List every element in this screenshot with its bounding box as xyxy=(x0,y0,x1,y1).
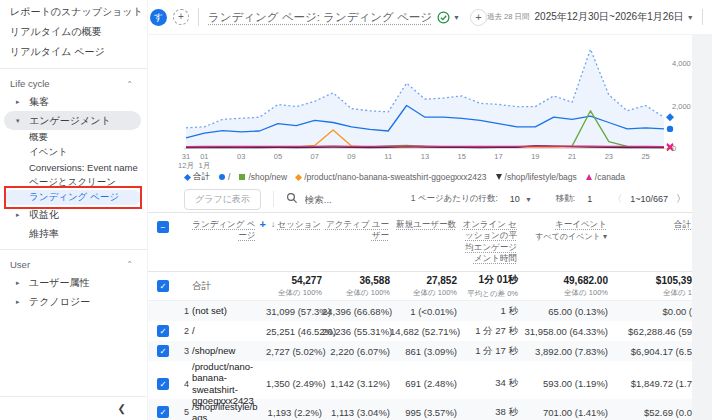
collapse-sidebar-button[interactable]: ❮ xyxy=(118,403,126,414)
timeseries-chart: 02,0004,00031010305070911131517192123251… xyxy=(148,35,692,187)
title-caret-icon[interactable]: ▼ xyxy=(453,14,460,21)
sidebar-item--[interactable]: ランディング ページ xyxy=(4,190,141,205)
divider xyxy=(273,191,274,207)
totals-subtext: 全体の 1 xyxy=(608,288,692,298)
events-dropdown[interactable]: すべてのイベント ▾ xyxy=(518,232,607,243)
row-checkbox-cell: ✓ xyxy=(148,406,178,418)
sidebar-item--[interactable]: ▾エンゲージメント xyxy=(4,111,141,130)
report-saved-badge xyxy=(437,11,450,24)
row-checkbox[interactable]: ✓ xyxy=(157,406,169,418)
totals-value: 49,682.00 xyxy=(518,275,608,286)
add-report-button[interactable]: + xyxy=(470,9,487,26)
legend-item-total[interactable]: 合計 xyxy=(185,171,210,183)
metric-column-header-5[interactable]: 合計 xyxy=(608,219,692,230)
metric-value: 995 (3.57%) xyxy=(390,407,457,418)
search-input[interactable] xyxy=(303,193,397,206)
sidebar-item--[interactable]: リアルタイムの概要 xyxy=(0,22,147,42)
sidebar-item--[interactable]: 概要 xyxy=(4,130,141,145)
chart-legend: 合計//shop/new/product/nano-banana-sweatsh… xyxy=(185,171,625,183)
landing-page-path[interactable]: /shop/new xyxy=(192,345,266,356)
legend-item--canada[interactable]: /canada xyxy=(586,172,625,182)
rows-per-page-select[interactable]: 10 xyxy=(510,194,520,204)
totals-subtext: 全体の 100% xyxy=(322,288,390,298)
date-range-picker[interactable]: 2025年12月30日~2026年1月26日 xyxy=(535,10,684,24)
totals-value: $105,39 xyxy=(608,275,692,286)
sidebar-item-conversions-event-name[interactable]: Conversions: Event name xyxy=(4,160,141,175)
totals-checkbox-cell: ✓ xyxy=(148,280,178,292)
y-axis-tick: 2,000 xyxy=(672,102,691,111)
metric-header-label: オンライン セッションの平均エンゲージメント時間 xyxy=(462,219,517,263)
row-checkbox[interactable]: ✓ xyxy=(157,280,169,292)
sidebar-item--[interactable]: ▸集客 xyxy=(4,92,141,111)
metric-value: $52.69 (0.0 xyxy=(608,407,692,418)
metric-column-header-0[interactable]: ↓ セッション xyxy=(266,219,322,230)
landing-page-path[interactable]: / xyxy=(192,325,266,336)
page-range: 1~10/667 xyxy=(630,194,668,204)
add-comparison-button[interactable]: + xyxy=(173,9,189,25)
date-caret-icon[interactable]: ▼ xyxy=(687,14,694,21)
legend-label: /canada xyxy=(595,172,625,182)
goto-page-value[interactable]: 1 xyxy=(587,194,592,204)
row-checkbox-cell: ✓ xyxy=(148,325,178,337)
x-axis-tick: 11 xyxy=(384,152,392,161)
metric-value: 38 秒 xyxy=(457,406,518,419)
circle-marker-icon xyxy=(219,174,225,180)
metric-value: 31,958.00 (64.33%) xyxy=(518,326,608,337)
sidebar-item--[interactable]: ▸収益化 xyxy=(4,205,141,224)
row-checkbox[interactable]: ✓ xyxy=(157,345,169,357)
totals-metric-cell: 49,682.00全体の 100% xyxy=(518,275,608,298)
report-title[interactable]: ランディング ページ: ランディング ページ xyxy=(208,10,432,25)
nav-item-label: イベント xyxy=(29,146,68,159)
table-search xyxy=(286,190,397,208)
metric-column-header-4[interactable]: キーイベントすべてのイベント ▾ xyxy=(518,219,608,243)
metric-value: 3,892.00 (7.83%) xyxy=(518,346,608,357)
metric-column-header-2[interactable]: 新規ユーザー数 xyxy=(390,219,457,230)
sidebar-item--[interactable]: ページとスクリーン xyxy=(4,175,141,190)
chevron-up-icon: ⌃ xyxy=(126,260,133,267)
sidebar-item--[interactable]: リアルタイム ページ xyxy=(0,42,147,62)
legend-item--shop-lifestyle-bags[interactable]: /shop/lifestyle/bags xyxy=(496,172,577,182)
rows-per-page-caret-icon[interactable]: ▼ xyxy=(525,196,532,203)
nav-item-label: 維持率 xyxy=(29,227,59,241)
sidebar-item--[interactable]: レポートのスナップショット xyxy=(0,2,147,22)
x-axis-tick: 17 xyxy=(494,152,502,161)
legend-item--product-nano-banana-sweatshirt-ggoegxxx2423[interactable]: /product/nano-banana-sweatshirt-ggoegxxx… xyxy=(296,172,486,182)
row-checkbox[interactable]: ✓ xyxy=(157,378,169,390)
legend-item--[interactable]: / xyxy=(219,172,230,182)
x-axis-tick: 07 xyxy=(311,152,319,161)
nav-item-label: 収益化 xyxy=(29,208,59,222)
nav-section-15[interactable]: User⌃ xyxy=(0,255,147,273)
sidebar-item--[interactable]: イベント xyxy=(4,145,141,160)
next-page-button[interactable]: 〉 xyxy=(676,192,686,206)
dimension-column-header[interactable]: ランディング ページ+ xyxy=(192,219,266,242)
metric-column-header-1[interactable]: アクティブ ユーザー xyxy=(322,219,390,242)
x-axis-month-label: 1月 xyxy=(199,161,211,170)
nav-section-4[interactable]: Life cycle⌃ xyxy=(0,74,147,92)
sidebar-item--[interactable]: ▸テクノロジー xyxy=(4,292,141,311)
prev-page-button[interactable]: 〈 xyxy=(612,192,622,206)
legend-label: /shop/lifestyle/bags xyxy=(505,172,577,182)
y-axis-tick: 0 xyxy=(672,144,676,153)
nav-item-label: テクノロジー xyxy=(29,295,90,309)
sidebar-item--[interactable]: ▸ユーザー属性 xyxy=(4,273,141,292)
metric-value: 31,099 (57.3%) xyxy=(266,306,322,317)
totals-metric-cell: 54,277全体の 100% xyxy=(266,275,322,298)
landing-page-path[interactable]: (not set) xyxy=(192,305,266,316)
metric-value: 2,220 (6.07%) xyxy=(322,346,390,357)
x-axis-tick: 05 xyxy=(274,152,282,161)
nav-item-label: レポートのスナップショット xyxy=(10,5,143,19)
x-axis-tick: 15 xyxy=(458,152,466,161)
metric-column-header-3[interactable]: オンライン セッションの平均エンゲージメント時間 xyxy=(457,219,518,265)
select-all-checkbox[interactable]: − xyxy=(157,221,169,233)
sidebar-item--[interactable]: 維持率 xyxy=(4,224,141,243)
row-checkbox[interactable]: ✓ xyxy=(157,325,169,337)
nav-item-label: リアルタイム ページ xyxy=(10,45,105,59)
chart-plot[interactable]: 02,0004,00031010305070911131517192123251… xyxy=(148,35,692,170)
show-in-chart-button[interactable]: グラフに表示 xyxy=(184,189,261,210)
comparison-chip[interactable]: す xyxy=(150,9,167,26)
legend-item--shop-new[interactable]: /shop/new xyxy=(239,172,287,182)
metric-header-label: セッション xyxy=(278,219,322,229)
table-toolbar: グラフに表示 1 ページあたりの行数: 10 ▼ 移動: 1 〈 1~10/66… xyxy=(148,187,692,211)
landing-page-path[interactable]: /shop/lifestyle/bags xyxy=(192,401,266,420)
nav-item-label: ランディング ページ xyxy=(29,191,119,204)
